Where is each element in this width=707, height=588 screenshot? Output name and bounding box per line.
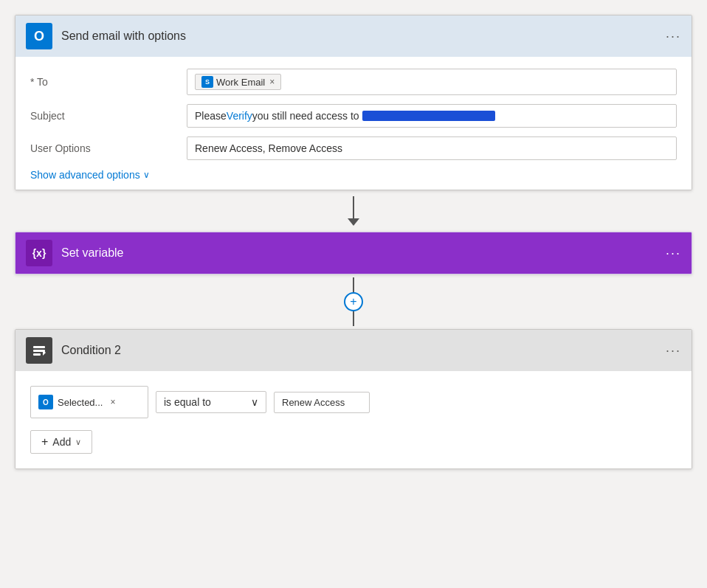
user-options-input[interactable]: Renew Access, Remove Access (187, 136, 677, 160)
condition-row: O Selected... × is equal to ∨ Renew Acce… (30, 386, 677, 418)
condition-tag-text: Selected... (58, 397, 103, 408)
advanced-options-chevron: ∨ (143, 170, 150, 180)
set-variable-card: {x} Set variable ··· (15, 232, 692, 274)
set-variable-header: {x} Set variable ··· (15, 232, 692, 274)
to-input[interactable]: S Work Email × (187, 69, 677, 95)
subject-redacted (362, 111, 495, 121)
condition-tag[interactable]: O Selected... × (30, 386, 148, 418)
subject-label: Subject (30, 110, 178, 122)
condition-tag-close[interactable]: × (110, 397, 115, 407)
send-email-card-title: Send email with options (61, 30, 186, 43)
condition-value-input[interactable]: Renew Access (274, 392, 370, 413)
to-row: * To S Work Email × (30, 69, 677, 95)
to-tag-container: S Work Email × (195, 74, 281, 90)
send-email-card: O Send email with options ··· * To S Wor… (15, 15, 692, 190)
svg-rect-2 (33, 353, 41, 356)
subject-verify-text: Verify (227, 110, 252, 122)
set-variable-more-button[interactable]: ··· (666, 246, 681, 261)
set-variable-header-left: {x} Set variable (26, 240, 124, 266)
send-email-header: O Send email with options ··· (15, 15, 692, 57)
send-email-header-left: O Send email with options (26, 23, 186, 49)
condition-operator-chevron: ∨ (251, 396, 258, 408)
set-variable-title: Set variable (61, 246, 124, 260)
outlook-icon: O (26, 23, 52, 49)
condition-card: Condition 2 ··· O Selected... × is equal… (15, 329, 692, 469)
plus-connector: + (344, 274, 363, 329)
condition-body: O Selected... × is equal to ∨ Renew Acce… (15, 371, 692, 468)
plus-connector-line-bottom (353, 311, 354, 326)
condition-header-left: Condition 2 (26, 337, 121, 364)
user-options-value: Renew Access, Remove Access (195, 142, 342, 154)
condition-more-button[interactable]: ··· (666, 343, 681, 359)
subject-text-middle: you still need access to (252, 110, 359, 122)
svg-rect-0 (33, 346, 45, 348)
flow-container: O Send email with options ··· * To S Wor… (15, 15, 692, 469)
plus-connector-line-top (353, 277, 354, 292)
condition-icon (26, 337, 52, 364)
work-email-tag-close[interactable]: × (269, 77, 275, 87)
arrow-down-1 (348, 218, 359, 226)
condition-title: Condition 2 (61, 344, 121, 357)
condition-value-text: Renew Access (282, 397, 345, 408)
condition-operator-text: is equal to (164, 396, 211, 408)
subject-text-before: Please (195, 110, 227, 122)
send-email-more-button[interactable]: ··· (666, 29, 681, 44)
to-label: * To (30, 76, 178, 88)
plus-button[interactable]: + (344, 292, 363, 311)
condition-header: Condition 2 ··· (15, 330, 692, 371)
add-button-label: Add (52, 436, 71, 448)
user-options-row: User Options Renew Access, Remove Access (30, 136, 677, 160)
work-email-tag-text: Work Email (216, 77, 265, 88)
user-options-label: User Options (30, 142, 178, 154)
variable-icon: {x} (26, 240, 52, 266)
condition-operator-dropdown[interactable]: is equal to ∨ (156, 391, 266, 413)
subject-input[interactable]: Please Verify you still need access to (187, 104, 677, 128)
work-email-tag-icon: S (201, 76, 213, 88)
connector-1 (348, 190, 359, 232)
send-email-body: * To S Work Email × Subject (15, 57, 692, 190)
add-icon: + (41, 435, 48, 449)
connector-line-1 (353, 196, 354, 218)
add-button[interactable]: + Add ∨ (30, 430, 92, 454)
condition-tag-icon: O (38, 395, 53, 409)
work-email-tag[interactable]: S Work Email × (195, 74, 281, 90)
advanced-options-link[interactable]: Show advanced options ∨ (30, 169, 677, 181)
subject-row: Subject Please Verify you still need acc… (30, 104, 677, 128)
advanced-options-text: Show advanced options (30, 169, 140, 181)
add-chevron: ∨ (75, 437, 81, 447)
